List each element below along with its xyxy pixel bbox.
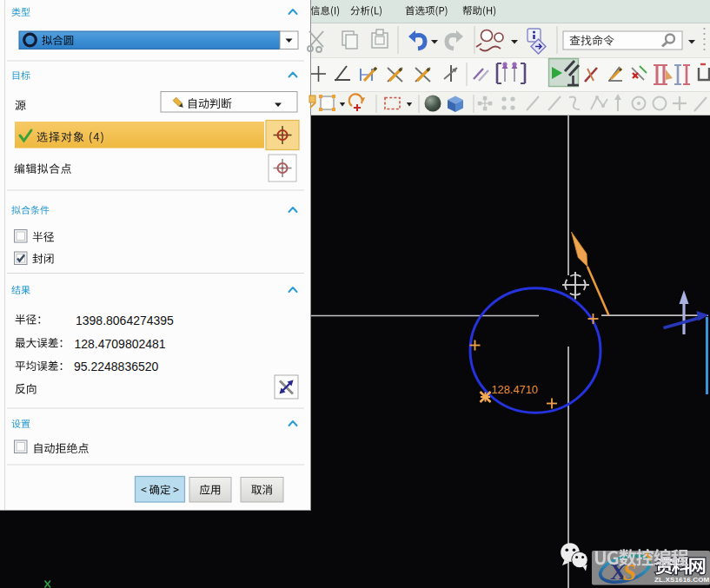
svg-text:ZL.XS1616.COM: ZL.XS1616.COM bbox=[654, 576, 710, 584]
svg-text:1398.8064274395: 1398.8064274395 bbox=[76, 314, 174, 327]
svg-text:128.4709802481: 128.4709802481 bbox=[75, 337, 166, 351]
svg-text:95.2248836520: 95.2248836520 bbox=[74, 360, 159, 373]
svg-text:128.4710: 128.4710 bbox=[492, 383, 538, 396]
